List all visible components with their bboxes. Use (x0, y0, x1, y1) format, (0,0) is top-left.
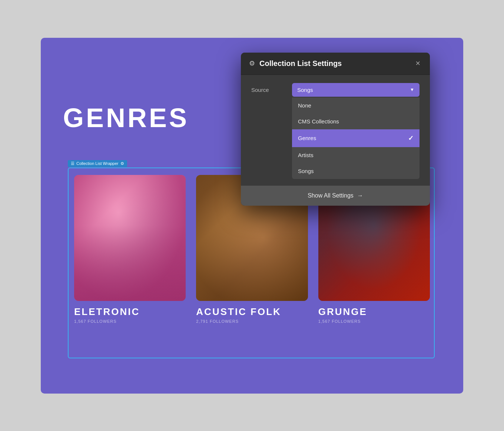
dropdown-item-songs-label: Songs (298, 168, 314, 174)
collection-wrapper-text: Collection List Wrapper (76, 161, 119, 166)
genre-card-electronic: ELETRONIC 1,567 FOLLOWERS (74, 175, 186, 324)
genre-name-electronic: ELETRONIC (74, 306, 186, 318)
list-icon: ☰ (71, 161, 74, 166)
modal-title: Collection List Settings (259, 59, 342, 68)
page-title: GENRES (63, 103, 189, 133)
source-dropdown-list: None CMS Collections Genres ✓ Artists (292, 97, 420, 179)
arrow-right-icon: → (357, 192, 363, 199)
genre-photo-electronic (74, 175, 186, 301)
checkmark-icon: ✓ (408, 134, 414, 142)
source-dropdown-selected[interactable]: Songs ▼ (292, 83, 420, 97)
dropdown-item-genres[interactable]: Genres ✓ (292, 129, 420, 147)
genre-name-acoustic: ACUSTIC FOLK (196, 306, 308, 318)
collection-wrapper-label: ☰ Collection List Wrapper ⚙ (68, 160, 127, 167)
dropdown-item-none[interactable]: None (292, 97, 420, 113)
dropdown-item-artists-label: Artists (298, 152, 314, 158)
source-label: Source (251, 83, 285, 93)
dropdown-item-songs[interactable]: Songs (292, 163, 420, 179)
genre-followers-acoustic: 2,791 FOLLOWERS (196, 319, 308, 324)
close-button[interactable]: × (414, 59, 422, 67)
collection-list-settings-modal: ⚙ Collection List Settings × Source Song… (241, 53, 430, 206)
dropdown-item-cms-label: CMS Collections (298, 118, 339, 125)
genre-followers-electronic: 1,567 FOLLOWERS (74, 319, 186, 324)
genre-followers-grunge: 1,567 FOLLOWERS (318, 319, 430, 324)
dropdown-item-none-label: None (298, 102, 311, 109)
settings-body: Source Songs ▼ None CMS Collections (241, 75, 430, 179)
source-setting-row: Source Songs ▼ None CMS Collections (251, 83, 420, 179)
dropdown-item-artists[interactable]: Artists (292, 147, 420, 163)
genre-name-grunge: GRUNGE (318, 306, 430, 318)
dropdown-item-genres-label: Genres (298, 135, 316, 141)
source-control: Songs ▼ None CMS Collections Genres (292, 83, 420, 179)
genre-image-electronic (74, 175, 186, 301)
modal-title-group: ⚙ Collection List Settings (249, 59, 342, 68)
source-selected-value: Songs (297, 87, 313, 93)
dropdown-item-cms[interactable]: CMS Collections (292, 113, 420, 129)
show-all-settings-button[interactable]: Show All Settings → (241, 186, 430, 206)
gear-icon: ⚙ (249, 59, 255, 67)
modal-header: ⚙ Collection List Settings × (241, 53, 430, 75)
dropdown-arrow-icon: ▼ (410, 87, 414, 92)
outer-wrapper: GENRES ☰ Collection List Wrapper ⚙ ELETR… (41, 38, 463, 394)
show-all-settings-label: Show All Settings (308, 192, 354, 199)
settings-icon-small: ⚙ (120, 161, 124, 166)
